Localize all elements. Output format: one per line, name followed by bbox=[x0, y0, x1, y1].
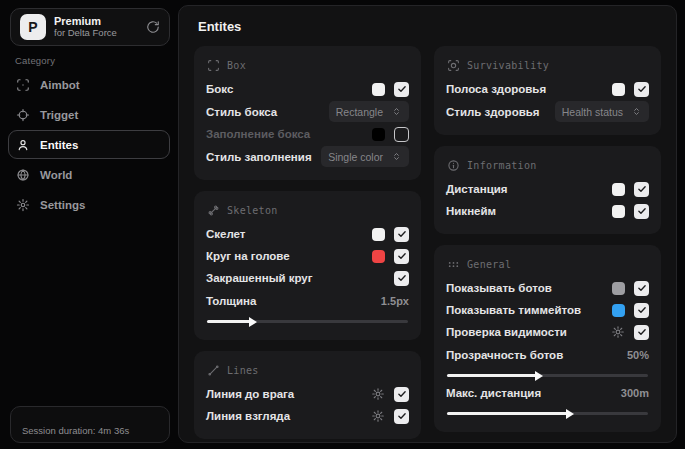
main-panel: Entites BoxБоксСтиль боксаRectangleЗапол… bbox=[178, 5, 677, 443]
color-swatch[interactable] bbox=[612, 282, 625, 295]
checkbox[interactable] bbox=[394, 127, 409, 142]
panel-title: Information bbox=[467, 160, 537, 171]
session-duration-text: Session duration: 4m 36s bbox=[22, 425, 129, 436]
slider-value: 1.5px bbox=[381, 295, 409, 307]
slider-track[interactable] bbox=[447, 374, 648, 377]
checkbox[interactable] bbox=[634, 82, 649, 97]
setting-label: Скелет bbox=[206, 228, 246, 240]
panel-information: InformationДистанцияНикнейм bbox=[434, 146, 661, 234]
setting-row: Закрашенный круг bbox=[206, 268, 409, 288]
slider-thumb[interactable] bbox=[535, 371, 543, 381]
checkbox[interactable] bbox=[394, 82, 409, 97]
row-controls bbox=[612, 82, 649, 97]
checkbox[interactable] bbox=[394, 387, 409, 402]
slider-label-row: Прозрачность ботов50% bbox=[446, 345, 649, 365]
setting-row: Стиль здоровьяHealth status bbox=[446, 101, 649, 122]
general-grid-icon bbox=[447, 258, 460, 271]
sidebar-item-label: Settings bbox=[40, 199, 85, 211]
setting-label: Бокс bbox=[206, 83, 233, 95]
slider-track[interactable] bbox=[447, 412, 648, 415]
panel-survivability: SurvivabilityПолоса здоровьяСтиль здоров… bbox=[434, 46, 661, 135]
sidebar-item-settings[interactable]: Settings bbox=[8, 190, 170, 219]
setting-row: Стиль боксаRectangle bbox=[206, 101, 409, 122]
setting-row: Дистанция bbox=[446, 179, 649, 199]
aimbot-scan-icon bbox=[16, 78, 30, 92]
brand-card: P Premium for Delta Force bbox=[10, 8, 170, 46]
slider-thumb[interactable] bbox=[566, 409, 574, 419]
color-swatch[interactable] bbox=[612, 183, 625, 196]
setting-select[interactable]: Single color bbox=[321, 146, 409, 167]
survivability-target-icon bbox=[447, 59, 460, 72]
refresh-icon[interactable] bbox=[146, 20, 160, 34]
row-settings-gear-icon[interactable] bbox=[371, 409, 385, 423]
checkbox[interactable] bbox=[394, 227, 409, 242]
checkbox[interactable] bbox=[394, 409, 409, 424]
row-settings-gear-icon[interactable] bbox=[611, 325, 625, 339]
checkbox[interactable] bbox=[394, 271, 409, 286]
row-settings-gear-icon[interactable] bbox=[371, 387, 385, 401]
setting-label: Макс. дистанция bbox=[446, 387, 541, 399]
sidebar-item-world[interactable]: World bbox=[8, 160, 170, 189]
color-swatch[interactable] bbox=[612, 304, 625, 317]
setting-row: Линия взгляда bbox=[206, 406, 409, 426]
setting-row: Никнейм bbox=[446, 201, 649, 221]
panels-columns: BoxБоксСтиль боксаRectangleЗаполнение бо… bbox=[194, 46, 661, 439]
panel-lines: LinesЛиния до врагаЛиния взгляда bbox=[194, 351, 421, 439]
panel-general: GeneralПоказывать ботовПоказывать тиммей… bbox=[434, 245, 661, 432]
row-controls bbox=[394, 271, 409, 286]
chevrons-up-down-icon bbox=[391, 151, 402, 162]
checkbox[interactable] bbox=[634, 303, 649, 318]
sidebar-item-entites[interactable]: Entites bbox=[8, 130, 170, 159]
row-controls bbox=[611, 325, 649, 340]
row-controls bbox=[371, 409, 409, 424]
slider-fill bbox=[447, 412, 568, 415]
setting-label: Никнейм bbox=[446, 205, 496, 217]
select-value: Single color bbox=[328, 151, 383, 163]
entities-person-icon bbox=[16, 138, 30, 152]
color-swatch[interactable] bbox=[372, 228, 385, 241]
setting-label: Закрашенный круг bbox=[206, 272, 313, 284]
select-value: Health status bbox=[562, 106, 623, 118]
page-title: Entites bbox=[198, 19, 661, 34]
sidebar-item-label: Trigget bbox=[40, 109, 78, 121]
color-swatch[interactable] bbox=[372, 83, 385, 96]
skeleton-bone-icon bbox=[207, 204, 220, 217]
panel-header-information: Information bbox=[447, 159, 649, 172]
slider-value: 50% bbox=[627, 349, 649, 361]
sidebar-item-trigget[interactable]: Trigget bbox=[8, 100, 170, 129]
checkbox[interactable] bbox=[634, 325, 649, 340]
setting-row: Скелет bbox=[206, 224, 409, 244]
checkbox[interactable] bbox=[394, 249, 409, 264]
category-label: Category bbox=[15, 55, 55, 66]
setting-row: Показывать тиммейтов bbox=[446, 300, 649, 320]
panel-header-lines: Lines bbox=[207, 364, 409, 377]
row-controls bbox=[372, 82, 409, 97]
panel-title: Lines bbox=[227, 365, 259, 376]
box-scan-icon bbox=[207, 59, 220, 72]
sidebar-item-label: Aimbot bbox=[40, 79, 80, 91]
color-swatch[interactable] bbox=[372, 250, 385, 263]
color-swatch[interactable] bbox=[612, 83, 625, 96]
checkbox[interactable] bbox=[634, 281, 649, 296]
setting-label: Стиль заполнения bbox=[206, 151, 312, 163]
slider-fill bbox=[447, 374, 537, 377]
setting-select[interactable]: Rectangle bbox=[329, 101, 409, 122]
setting-row: Круг на голове bbox=[206, 246, 409, 266]
setting-row: Линия до врага bbox=[206, 384, 409, 404]
panel-header-skeleton: Skeleton bbox=[207, 204, 409, 217]
checkbox[interactable] bbox=[634, 182, 649, 197]
setting-select[interactable]: Health status bbox=[555, 101, 649, 122]
color-swatch[interactable] bbox=[372, 128, 385, 141]
session-card: Session duration: 4m 36s bbox=[10, 406, 170, 443]
row-controls bbox=[372, 127, 409, 142]
chevrons-up-down-icon bbox=[631, 106, 642, 117]
slider-track[interactable] bbox=[207, 320, 408, 323]
setting-label: Круг на голове bbox=[206, 250, 290, 262]
checkbox[interactable] bbox=[634, 204, 649, 219]
color-swatch[interactable] bbox=[612, 205, 625, 218]
sidebar-item-aimbot[interactable]: Aimbot bbox=[8, 70, 170, 99]
setting-label: Линия до врага bbox=[206, 388, 294, 400]
setting-row: Заполнение бокса bbox=[206, 124, 409, 144]
brand-text: Premium for Delta Force bbox=[54, 15, 138, 39]
slider-thumb[interactable] bbox=[249, 317, 257, 327]
